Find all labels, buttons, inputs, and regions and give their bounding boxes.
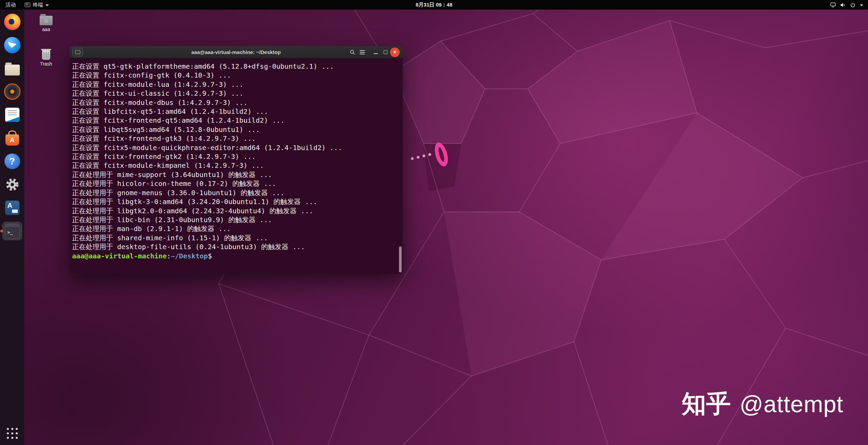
dock-item-settings[interactable]	[2, 175, 22, 194]
watermark-handle: @attempt	[740, 391, 843, 417]
terminal-line: 正在设置 fcitx-config-gtk (0.4.10-3) ...	[72, 71, 399, 80]
watermark-brand: 知乎	[681, 388, 731, 420]
window-title: aaa@aaa-virtual-machine: ~/Desktop	[191, 49, 281, 55]
chevron-down-icon	[45, 4, 49, 6]
terminal-line: 正在设置 libqt5svg5:amd64 (5.12.8-0ubuntu1) …	[72, 125, 399, 134]
dock-item-files[interactable]	[2, 59, 22, 78]
terminal-line: 正在设置 fcitx-ui-classic (1:4.2.9.7-3) ...	[72, 89, 399, 98]
dock-item-help[interactable]	[2, 152, 22, 171]
terminal-icon	[5, 224, 20, 239]
fossa-whisker-dots	[411, 153, 431, 160]
app-indicator-label: 终端	[33, 2, 43, 8]
maximize-icon	[384, 50, 387, 54]
search-icon	[350, 50, 355, 55]
terminal-line: 正在处理用于 shared-mime-info (1.15-1) 的触发器 ..…	[72, 233, 399, 242]
terminal-line: 正在设置 qt5-gtk-platformtheme:amd64 (5.12.8…	[72, 62, 399, 71]
fossa-eye	[432, 141, 451, 168]
gear-icon	[4, 177, 20, 192]
chevron-down-icon	[860, 4, 863, 6]
close-button[interactable]: ×	[390, 48, 400, 57]
desktop-icon-label: aaa	[42, 27, 50, 32]
terminal-line: 正在处理用于 desktop-file-utils (0.24-1ubuntu3…	[72, 242, 399, 251]
terminal-line: 正在设置 fcitx-frontend-gtk2 (1:4.2.9.7-3) .…	[72, 152, 399, 161]
dock-item-ubuntu-software[interactable]	[2, 129, 22, 147]
dock	[0, 10, 24, 445]
terminal-screen[interactable]: 正在设置 qt5-gtk-platformtheme:amd64 (5.12.8…	[69, 58, 403, 274]
terminal-line: 正在设置 fcitx-module-lua (1:4.2.9.7-3) ...	[72, 80, 399, 89]
menu-button[interactable]	[357, 48, 367, 57]
terminal-line: 正在处理用于 libgtk2.0-0:amd64 (2.24.32-4ubunt…	[72, 206, 399, 215]
terminal-line: 正在设置 libfcitx-qt5-1:amd64 (1.2.4-1build2…	[72, 107, 399, 116]
rhythmbox-icon	[4, 83, 20, 100]
terminal-line: 正在处理用于 libgtk-3-0:amd64 (3.24.20-0ubuntu…	[72, 197, 399, 206]
prompt-user-host: aaa@aaa-virtual-machine	[72, 252, 167, 260]
terminal-scrollbar-thumb[interactable]	[399, 246, 402, 272]
desktop-icon-label: Trash	[40, 61, 52, 67]
terminal-line: 正在设置 fcitx-frontend-gtk3 (1:4.2.9.7-3) .…	[72, 134, 399, 143]
terminal-line: 正在处理用于 man-db (2.9.1-1) 的触发器 ...	[72, 224, 399, 233]
terminal-app-icon	[25, 2, 30, 7]
terminal-output: 正在设置 qt5-gtk-platformtheme:amd64 (5.12.8…	[72, 62, 399, 252]
ubuntu-software-icon	[5, 134, 19, 146]
system-tray[interactable]	[830, 0, 868, 10]
thunderbird-icon	[4, 37, 20, 53]
terminal-titlebar[interactable]: aaa@aaa-virtual-machine: ~/Desktop ×	[69, 46, 403, 58]
minimize-icon	[374, 53, 378, 54]
prompt-path: ~/Desktop	[171, 252, 208, 260]
display-icon	[830, 2, 836, 8]
maximize-button[interactable]	[381, 48, 390, 57]
close-icon: ×	[394, 49, 397, 54]
top-bar: 活动 终端 8月31日 09：48	[0, 0, 868, 10]
input-method-icon	[5, 201, 19, 215]
dock-item-firefox[interactable]	[2, 13, 22, 31]
prompt-symbol: $	[208, 252, 212, 260]
dock-item-terminal[interactable]	[2, 222, 22, 240]
help-icon	[4, 153, 20, 169]
firefox-icon	[4, 14, 20, 30]
terminal-line: 正在处理用于 hicolor-icon-theme (0.17-2) 的触发器 …	[72, 179, 399, 188]
terminal-prompt: aaa@aaa-virtual-machine:~/Desktop$	[72, 252, 399, 260]
dock-item-thunderbird[interactable]	[2, 36, 22, 54]
terminal-line: 正在处理用于 mime-support (3.64ubuntu1) 的触发器 .…	[72, 170, 399, 179]
dock-item-libreoffice-writer[interactable]	[2, 106, 22, 124]
grid-dots-icon	[7, 428, 18, 439]
search-button[interactable]	[348, 48, 357, 57]
minimize-button[interactable]	[371, 48, 381, 57]
desktop-icon-trash[interactable]: Trash	[33, 49, 59, 67]
show-applications-button[interactable]	[2, 425, 22, 442]
trash-icon	[42, 50, 50, 60]
power-icon	[850, 2, 855, 8]
prompt-separator: :	[167, 252, 171, 260]
desktop-icon-aaa[interactable]: aaa	[33, 14, 59, 32]
desktop: 知乎 @attempt 活动 终端 8月31日 09：48	[0, 0, 868, 445]
dock-item-input-method[interactable]	[2, 199, 22, 217]
home-folder-icon	[40, 16, 53, 25]
activities-button[interactable]: 活动	[0, 0, 21, 10]
terminal-line: 正在设置 fcitx5-module-quickphrase-editor:am…	[72, 143, 399, 152]
watermark: 知乎 @attempt	[681, 388, 843, 420]
terminal-line: 正在处理用于 libc-bin (2.31-0ubuntu9.9) 的触发器 .…	[72, 215, 399, 224]
terminal-line: 正在设置 fcitx-frontend-qt5:amd64 (1.2.4-1bu…	[72, 116, 399, 125]
terminal-line: 正在设置 fcitx-module-dbus (1:4.2.9.7-3) ...	[72, 98, 399, 107]
clock[interactable]: 8月31日 09：48	[416, 2, 453, 8]
dock-item-rhythmbox[interactable]	[2, 82, 22, 101]
volume-icon	[840, 2, 846, 8]
terminal-line: 正在处理用于 gnome-menus (3.36.0-1ubuntu1) 的触发…	[72, 188, 399, 197]
terminal-line: 正在设置 fcitx-module-kimpanel (1:4.2.9.7-3)…	[72, 161, 399, 170]
libreoffice-writer-icon	[5, 108, 19, 122]
files-folder-icon	[5, 65, 20, 76]
hamburger-icon	[360, 52, 365, 53]
new-tab-button[interactable]	[72, 48, 83, 56]
app-indicator[interactable]: 终端	[21, 0, 52, 10]
terminal-window: aaa@aaa-virtual-machine: ~/Desktop × 正在设…	[69, 46, 403, 274]
